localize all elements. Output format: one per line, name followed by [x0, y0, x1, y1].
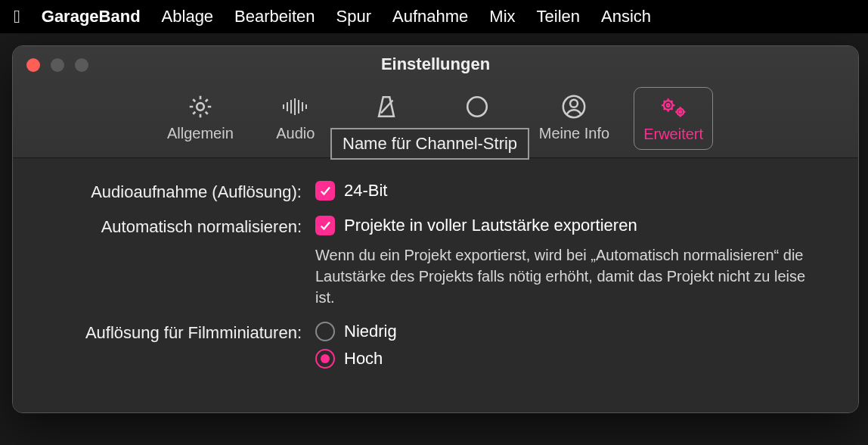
waveform-icon — [281, 92, 311, 122]
help-text: Wenn du ein Projekt exportierst, wird be… — [315, 244, 814, 308]
tab-label: Allgemein — [167, 125, 234, 142]
minimize-button[interactable] — [51, 58, 64, 72]
app-menu[interactable]: GarageBand — [42, 7, 141, 26]
row-audio-resolution: Audioaufnahme (Auflösung): 24-Bit — [43, 181, 828, 202]
tab-label: Erweitert — [643, 126, 703, 143]
tab-erweitert[interactable]: Erweitert — [634, 87, 713, 150]
person-icon — [561, 92, 587, 122]
svg-point-11 — [570, 100, 578, 107]
gears-icon — [657, 92, 690, 123]
checkbox-label: 24-Bit — [344, 181, 387, 201]
row-label: Automatisch normalisieren: — [43, 216, 315, 237]
window-title: Einstellungen — [13, 54, 858, 74]
tab-label: Audio — [276, 125, 315, 142]
menu-teilen[interactable]: Teilen — [537, 7, 580, 26]
menubar:  GarageBand Ablage Bearbeiten Spur Aufn… — [0, 0, 868, 33]
checkbox-24bit[interactable] — [315, 181, 335, 201]
window-controls — [26, 58, 88, 72]
menu-aufnahme[interactable]: Aufnahme — [392, 7, 468, 26]
svg-point-13 — [666, 104, 669, 107]
zoom-button[interactable] — [75, 58, 88, 72]
apple-menu-icon[interactable]:  — [14, 6, 20, 27]
menu-mix[interactable]: Mix — [489, 7, 515, 26]
tab-label: Meine Info — [539, 125, 609, 142]
svg-point-0 — [197, 103, 204, 110]
metronome-icon — [374, 92, 399, 122]
menu-bearbeiten[interactable]: Bearbeiten — [234, 7, 315, 26]
menu-ansicht[interactable]: Ansich — [601, 7, 651, 26]
tab-allgemein[interactable]: Allgemein — [158, 87, 243, 150]
loop-icon — [464, 92, 490, 122]
svg-point-14 — [677, 108, 684, 115]
menu-ablage[interactable]: Ablage — [162, 7, 214, 26]
tab-meine-info[interactable]: Meine Info — [530, 87, 618, 150]
menu-spur[interactable]: Spur — [336, 7, 371, 26]
checkbox-normalize[interactable] — [315, 216, 335, 235]
tooltip: Name für Channel-Strip — [330, 128, 529, 160]
tab-audio-midi[interactable]: Audio — [258, 87, 333, 150]
row-label: Auflösung für Filmminiaturen: — [43, 322, 315, 343]
preferences-window: Einstellungen Allgemein — [12, 45, 859, 413]
radio-high[interactable] — [315, 349, 335, 369]
row-auto-normalize: Automatisch normalisieren: Projekte in v… — [43, 216, 828, 308]
gear-icon — [187, 92, 214, 122]
radio-low[interactable] — [315, 322, 335, 341]
close-button[interactable] — [26, 58, 40, 72]
radio-label: Niedrig — [344, 322, 397, 341]
svg-point-9 — [467, 97, 487, 117]
radio-label: Hoch — [344, 349, 383, 369]
svg-point-15 — [679, 110, 681, 113]
row-label: Audioaufnahme (Auflösung): — [43, 181, 315, 202]
preferences-body: Audioaufnahme (Auflösung): 24-Bit Automa… — [13, 158, 858, 412]
row-thumbnail-resolution: Auflösung für Filmminiaturen: Niedrig Ho… — [43, 322, 828, 369]
checkbox-label: Projekte in voller Lautstärke exportiere… — [344, 216, 637, 235]
